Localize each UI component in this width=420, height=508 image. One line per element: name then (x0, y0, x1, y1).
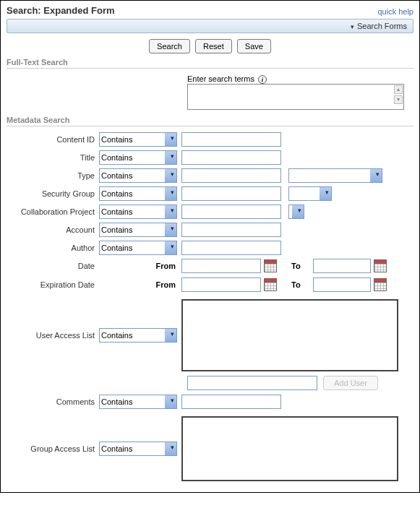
operator-type[interactable]: Contains (99, 168, 177, 183)
search-form-container: Search: Expanded Form quick help ▾Search… (0, 0, 420, 493)
input-comments[interactable] (181, 395, 281, 409)
calendar-icon[interactable] (374, 278, 387, 291)
operator-group-access-list[interactable]: Contains (99, 442, 177, 456)
input-date-to[interactable] (313, 259, 371, 273)
search-button[interactable]: Search (149, 39, 190, 53)
operator-content-id[interactable]: Contains (99, 132, 177, 147)
operator-author[interactable]: Contains (99, 241, 177, 255)
row-user-access-list: User Access List Contains (7, 299, 413, 371)
calendar-icon[interactable] (264, 278, 277, 291)
label-account: Account (7, 225, 99, 234)
reset-button[interactable]: Reset (195, 39, 232, 53)
row-group-access-list: Group Access List Contains (7, 416, 413, 481)
divider (7, 68, 413, 69)
label-collab-project: Collaboration Project (7, 207, 99, 216)
row-expiration-date: Expiration Date From To (7, 277, 413, 292)
label-to: To (291, 262, 309, 270)
label-date: Date (7, 262, 99, 270)
fulltext-input[interactable] (187, 84, 404, 110)
action-button-row: Search Reset Save (7, 39, 413, 53)
picker-security-group[interactable] (288, 186, 332, 201)
label-to: To (291, 280, 309, 289)
row-author: Author Contains (7, 241, 413, 255)
metadata-section-title: Metadata Search (7, 116, 413, 124)
operator-title[interactable]: Contains (99, 150, 177, 165)
label-comments: Comments (7, 397, 99, 406)
divider (7, 126, 413, 126)
fulltext-section-title: Full-Text Search (7, 58, 413, 66)
input-account[interactable] (181, 223, 281, 237)
row-collab-project: Collaboration Project Contains (7, 205, 413, 219)
row-content-id: Content ID Contains (7, 132, 413, 147)
fulltext-label: Enter search terms (187, 74, 254, 83)
calendar-icon[interactable] (374, 259, 387, 272)
label-type: Type (7, 171, 99, 180)
input-date-from[interactable] (181, 259, 261, 273)
operator-account[interactable]: Contains (99, 223, 177, 237)
input-add-user[interactable] (187, 376, 317, 390)
input-security-group[interactable] (181, 186, 281, 201)
info-icon[interactable]: i (258, 75, 267, 84)
add-user-button: Add User (323, 376, 378, 390)
row-account: Account Contains (7, 223, 413, 237)
label-content-id: Content ID (7, 135, 99, 144)
input-type[interactable] (181, 168, 281, 183)
row-title: Title Contains (7, 150, 413, 165)
row-date: Date From To (7, 259, 413, 273)
search-forms-dropdown[interactable]: ▾Search Forms (7, 19, 413, 33)
row-type: Type Contains (7, 168, 413, 183)
input-expiration-to[interactable] (313, 277, 371, 292)
operator-comments[interactable]: Contains (99, 395, 177, 409)
page-title: Search: Expanded Form (7, 5, 115, 16)
label-title: Title (7, 153, 99, 162)
textarea-group-access-list[interactable] (181, 416, 398, 481)
caret-down-icon: ▾ (351, 23, 354, 30)
input-author[interactable] (181, 241, 281, 255)
label-group-access-list: Group Access List (7, 444, 99, 453)
label-from: From (154, 262, 176, 270)
picker-type[interactable] (288, 168, 382, 183)
label-expiration-date: Expiration Date (7, 280, 99, 289)
search-forms-label: Search Forms (357, 22, 407, 30)
row-comments: Comments Contains (7, 395, 413, 409)
operator-collab-project[interactable]: Contains (99, 205, 177, 219)
save-button[interactable]: Save (237, 39, 271, 53)
input-collab-project[interactable] (181, 205, 281, 219)
textarea-user-access-list[interactable] (181, 299, 398, 371)
label-from: From (154, 280, 176, 289)
picker-collab-project[interactable] (288, 205, 304, 219)
fulltext-row: Enter search terms i ▴ ▾ (7, 74, 413, 111)
header-row: Search: Expanded Form quick help (7, 5, 413, 16)
row-security-group: Security Group Contains (7, 186, 413, 201)
input-expiration-from[interactable] (181, 277, 261, 292)
input-title[interactable] (181, 150, 281, 165)
quick-help-link[interactable]: quick help (377, 7, 413, 16)
calendar-icon[interactable] (264, 259, 277, 272)
input-content-id[interactable] (181, 132, 281, 147)
operator-user-access-list[interactable]: Contains (99, 328, 177, 343)
label-author: Author (7, 244, 99, 252)
label-security-group: Security Group (7, 189, 99, 198)
label-user-access-list: User Access List (7, 331, 99, 340)
row-add-user: Add User (187, 376, 413, 390)
operator-security-group[interactable]: Contains (99, 186, 177, 201)
